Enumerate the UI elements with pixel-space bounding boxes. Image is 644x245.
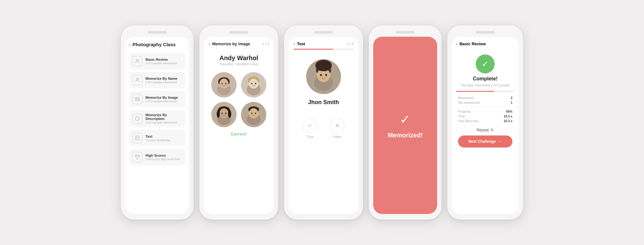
p5-subtitle: You have memorized 2 of 3 people xyxy=(452,84,519,87)
p5-complete-icon: ✓ xyxy=(476,54,495,73)
phone-1-screen: ‹ Photography Class Basic Review 0 of 3 … xyxy=(125,37,189,214)
phone-notch-4 xyxy=(396,31,415,34)
phone-test: ‹ Test 2 / 3 xyxy=(284,25,363,220)
p5-next-challenge-button[interactable]: Next Challenge → xyxy=(458,135,512,148)
p5-stat-memorized: Memorized 2 xyxy=(458,96,512,100)
memorize-name-title: Memorize By Name xyxy=(146,77,177,80)
svg-point-49 xyxy=(325,74,327,76)
p5-progress-fill xyxy=(456,91,494,92)
svg-point-8 xyxy=(137,119,138,120)
p4-content: ✓ Memorized! xyxy=(373,37,437,214)
p2-face-2[interactable] xyxy=(241,72,266,97)
memorize-image-title: Memorize By Image xyxy=(146,96,178,99)
p5-progress-bar xyxy=(456,91,514,92)
p2-face-1[interactable] xyxy=(211,72,237,97)
menu-item-test[interactable]: Test Try your knowledge xyxy=(129,130,185,146)
menu-item-memorize-desc[interactable]: Memorize By Description 0 of 3 people me… xyxy=(129,110,185,127)
p5-repeat-icon: ↻ xyxy=(491,128,494,132)
basic-review-icon xyxy=(132,56,142,66)
phone-5-screen: ‹ Basic Review ✓ Complete! You have memo… xyxy=(452,37,519,214)
svg-point-1 xyxy=(136,78,138,80)
svg-point-0 xyxy=(136,59,138,61)
svg-point-32 xyxy=(217,110,220,118)
svg-point-31 xyxy=(220,108,228,118)
phone-memorized: ✓ Memorized! xyxy=(369,25,442,220)
p5-stats: Memorized 2 Not memorized: 1 Progress: 6… xyxy=(452,96,519,123)
p5-next-label: Next Challenge xyxy=(468,139,496,144)
memorize-image-icon xyxy=(132,94,142,104)
p3-true-circle[interactable]: ✓ xyxy=(303,118,317,133)
phone-notch-5 xyxy=(476,31,495,34)
p5-divider xyxy=(464,107,506,107)
p5-stat-best-time: Your Best time: 16.3 s xyxy=(458,119,512,123)
phone-3-screen: ‹ Test 2 / 3 xyxy=(288,37,359,214)
p3-progress-bar xyxy=(294,49,354,50)
svg-rect-4 xyxy=(135,97,139,101)
p3-false-button[interactable]: ✕ False xyxy=(330,118,344,139)
p2-images-grid xyxy=(204,72,274,127)
phone-basic-review-complete: ‹ Basic Review ✓ Complete! You have memo… xyxy=(447,25,523,220)
menu-item-basic-review[interactable]: Basic Review 0 of 3 people memorized xyxy=(129,53,185,69)
p2-counter: 1 / 3 xyxy=(262,42,269,46)
p2-person-name: Andy Warhol xyxy=(204,54,274,62)
phone-notch-2 xyxy=(229,31,248,34)
svg-point-40 xyxy=(249,108,258,118)
svg-point-17 xyxy=(220,79,228,88)
svg-point-26 xyxy=(255,83,256,85)
phone-notch-1 xyxy=(148,31,167,34)
phone-photography-class: ‹ Photography Class Basic Review 0 of 3 … xyxy=(121,25,194,220)
p3-title: Test xyxy=(297,41,305,46)
p5-stat-not-memorized: Not memorized: 1 xyxy=(458,101,512,104)
menu-item-memorize-image[interactable]: Memorize By Image 0 of 3 people memorize… xyxy=(129,91,185,107)
p4-memorized-text: Memorized! xyxy=(387,132,423,139)
p2-face-4[interactable] xyxy=(241,102,266,127)
phone-4-screen: ✓ Memorized! xyxy=(373,37,437,214)
memorize-desc-icon xyxy=(132,114,142,124)
memorize-image-sub: 0 of 3 people memorized xyxy=(146,100,178,103)
p2-face-3[interactable] xyxy=(211,102,237,127)
svg-point-18 xyxy=(221,83,223,85)
high-scores-sub: Check your high score here xyxy=(146,158,180,161)
p5-repeat-button[interactable]: Repeat ↻ xyxy=(452,128,519,132)
svg-point-33 xyxy=(228,110,231,118)
basic-review-title: Basic Review xyxy=(146,58,177,61)
p5-complete-label: Complete! xyxy=(452,76,519,82)
svg-point-41 xyxy=(251,113,252,114)
phone-1-title: Photography Class xyxy=(133,42,176,47)
p5-header: ‹ Basic Review xyxy=(452,37,519,49)
svg-point-42 xyxy=(255,113,256,114)
memorize-name-icon xyxy=(132,75,142,85)
menu-item-memorize-name[interactable]: Memorize By Name 0 of 3 people memorized xyxy=(129,72,185,88)
svg-point-5 xyxy=(136,98,137,99)
p5-back-arrow[interactable]: ‹ xyxy=(456,41,458,46)
p5-repeat-label: Repeat xyxy=(477,128,489,132)
svg-point-24 xyxy=(249,79,258,88)
p2-back-arrow[interactable]: ‹ xyxy=(209,41,210,46)
p4-check-icon: ✓ xyxy=(400,112,411,127)
p2-person-sub: Pop artist, Campbell's soup xyxy=(204,62,274,66)
p3-false-label: False xyxy=(333,135,342,139)
p3-counter: 2 / 3 xyxy=(347,42,354,46)
svg-point-48 xyxy=(320,74,322,76)
p5-next-arrow-icon: → xyxy=(498,139,502,144)
test-sub: Try your knowledge xyxy=(146,139,170,142)
p3-true-button[interactable]: ✓ True xyxy=(303,118,317,139)
p3-true-label: True xyxy=(307,135,313,139)
memorize-desc-sub: 0 of 3 people memorized xyxy=(146,121,182,124)
svg-point-50 xyxy=(315,60,332,71)
p3-back-arrow[interactable]: ‹ xyxy=(294,41,295,46)
p3-progress-fill xyxy=(294,49,333,50)
phones-container: ‹ Photography Class Basic Review 0 of 3 … xyxy=(121,25,523,220)
p2-header: ‹ Memorize by image 1 / 3 xyxy=(204,37,274,49)
phone-2-screen: ‹ Memorize by image 1 / 3 Andy Warhol Po… xyxy=(204,37,274,214)
test-title: Test xyxy=(146,135,170,138)
p3-face-area xyxy=(288,59,359,94)
phone-notch-3 xyxy=(314,31,333,34)
p5-stat-progress: Progress: 66% xyxy=(458,110,512,113)
back-arrow-icon[interactable]: ‹ xyxy=(129,42,131,47)
p3-false-circle[interactable]: ✕ xyxy=(330,118,344,133)
p5-title: Basic Review xyxy=(460,41,486,46)
menu-item-high-scores[interactable]: High Scores Check your high score here xyxy=(129,149,185,165)
memorize-name-sub: 0 of 3 people memorized xyxy=(146,81,177,84)
p5-stat-time: Time: 16.3 s xyxy=(458,115,512,118)
